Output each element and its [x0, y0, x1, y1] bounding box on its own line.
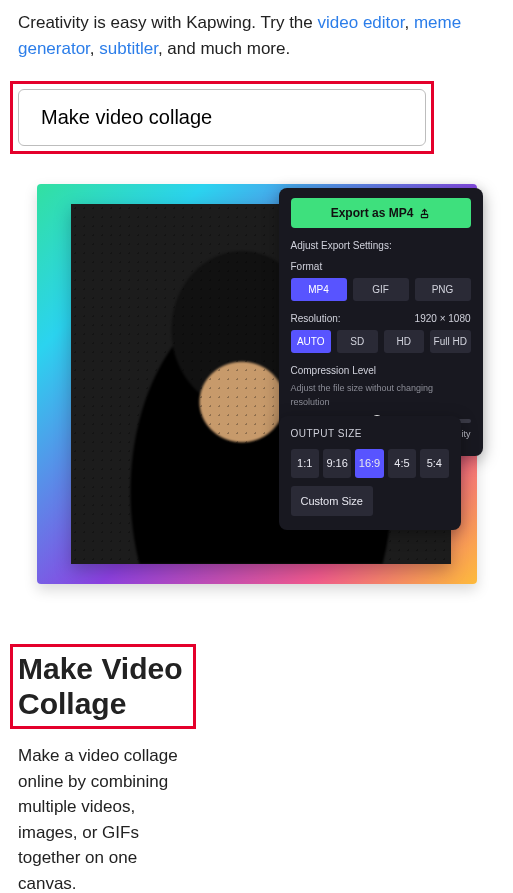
output-size-panel: OUTPUT SIZE 1:1 9:16 16:9 4:5 5:4 Custom… [279, 416, 461, 530]
ratio-9-16[interactable]: 9:16 [323, 449, 351, 478]
ratio-5-4[interactable]: 5:4 [420, 449, 448, 478]
make-video-collage-button[interactable]: Make video collage [18, 89, 426, 146]
section-description: Make a video collage online by combining… [18, 743, 188, 893]
compression-label: Compression Level [291, 363, 471, 378]
intro-text: Creativity is easy with Kapwing. Try the… [18, 10, 495, 61]
share-icon [419, 208, 430, 219]
settings-label: Adjust Export Settings: [291, 238, 471, 253]
format-mp4[interactable]: MP4 [291, 278, 347, 301]
export-button[interactable]: Export as MP4 [291, 198, 471, 228]
intro-suffix: , and much more. [158, 39, 290, 58]
link-video-editor[interactable]: video editor [318, 13, 405, 32]
res-auto[interactable]: AUTO [291, 330, 332, 353]
section-heading-highlight: Make Video Collage [10, 644, 196, 729]
ratio-16-9[interactable]: 16:9 [355, 449, 383, 478]
output-size-title: OUTPUT SIZE [291, 426, 449, 441]
format-gif[interactable]: GIF [353, 278, 409, 301]
custom-size-button[interactable]: Custom Size [291, 486, 373, 517]
res-hd[interactable]: HD [384, 330, 425, 353]
resolution-row: AUTO SD HD Full HD [291, 330, 471, 353]
cta-highlight: Make video collage [10, 81, 434, 154]
format-row: MP4 GIF PNG [291, 278, 471, 301]
ratio-4-5[interactable]: 4:5 [388, 449, 416, 478]
res-sd[interactable]: SD [337, 330, 378, 353]
ratio-1-1[interactable]: 1:1 [291, 449, 319, 478]
format-png[interactable]: PNG [415, 278, 471, 301]
link-subtitler[interactable]: subtitler [99, 39, 158, 58]
resolution-value: 1920 × 1080 [415, 311, 471, 326]
export-button-label: Export as MP4 [331, 204, 414, 222]
svg-rect-0 [422, 214, 428, 217]
ratio-row: 1:1 9:16 16:9 4:5 5:4 [291, 449, 449, 478]
format-label: Format [291, 259, 471, 274]
intro-prefix: Creativity is easy with Kapwing. Try the [18, 13, 318, 32]
hero-illustration: Export as MP4 Adjust Export Settings: Fo… [37, 184, 477, 584]
compression-sub: Adjust the file size without changing re… [291, 382, 471, 409]
res-fullhd[interactable]: Full HD [430, 330, 471, 353]
section-heading: Make Video Collage [18, 652, 188, 721]
resolution-label: Resolution: [291, 311, 341, 326]
